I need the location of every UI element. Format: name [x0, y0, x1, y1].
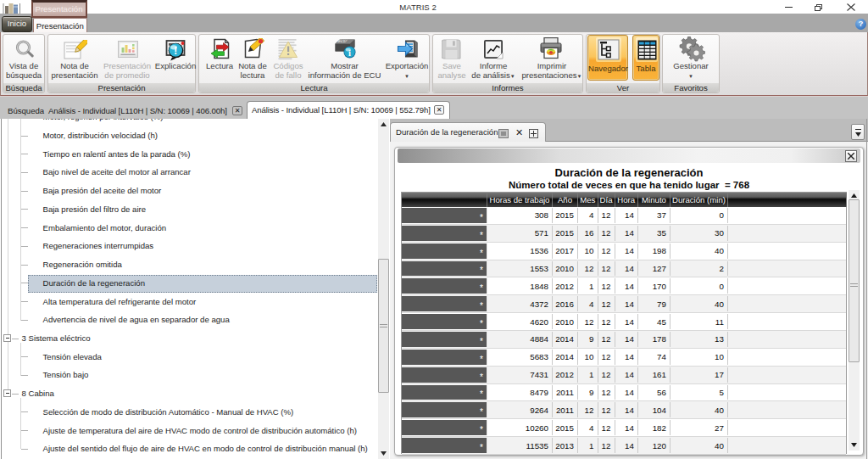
svg-text:!: !	[174, 44, 177, 57]
svg-text:i: i	[348, 48, 351, 58]
